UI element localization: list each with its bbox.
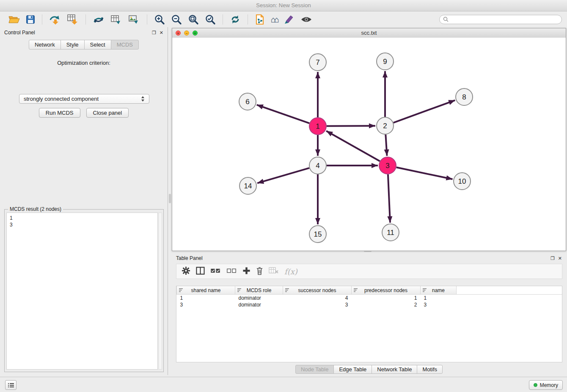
trash-icon bbox=[256, 266, 263, 275]
tab-network[interactable]: Network bbox=[29, 40, 61, 50]
window-zoom-button[interactable]: + bbox=[193, 30, 198, 36]
graph-edge-4-14[interactable] bbox=[257, 168, 309, 183]
graph-node-6[interactable]: 6 bbox=[239, 93, 256, 110]
graph-node-10[interactable]: 10 bbox=[454, 173, 471, 190]
network-graph[interactable]: 7968124314101511 bbox=[172, 38, 566, 251]
zoom-fit-button[interactable] bbox=[185, 13, 202, 26]
column-header-shared-name[interactable]: shared name bbox=[177, 286, 235, 295]
graph-node-9[interactable]: 9 bbox=[377, 53, 394, 70]
graph-edge-3-11[interactable] bbox=[388, 174, 390, 223]
table-cell[interactable]: 1 bbox=[177, 295, 235, 302]
graph-node-14[interactable]: 14 bbox=[239, 177, 256, 194]
close-table-panel-icon[interactable]: ✕ bbox=[558, 256, 562, 261]
window-title: Session: New Session bbox=[256, 2, 311, 8]
tab-network-table[interactable]: Network Table bbox=[372, 365, 417, 374]
delete-column-button[interactable] bbox=[256, 266, 263, 277]
vertical-splitter-handle[interactable] bbox=[169, 194, 171, 203]
open-session-button[interactable] bbox=[5, 13, 23, 26]
table-cell[interactable]: dominator bbox=[235, 301, 283, 308]
zoom-selected-button[interactable] bbox=[202, 13, 219, 26]
function-builder-button[interactable]: f(x) bbox=[284, 267, 297, 276]
table-row[interactable]: 1dominator411 bbox=[177, 295, 562, 302]
graph-node-3[interactable]: 3 bbox=[379, 157, 396, 174]
graph-node-15[interactable]: 15 bbox=[309, 226, 326, 243]
tab-edge-table[interactable]: Edge Table bbox=[333, 365, 372, 374]
graph-edge-1-2[interactable] bbox=[327, 126, 375, 126]
column-header-predecessor-nodes[interactable]: predecessor nodes bbox=[352, 286, 421, 295]
node-table-body: 1dominator4113dominator323 bbox=[177, 295, 562, 309]
graph-edge-1-6[interactable] bbox=[257, 105, 309, 123]
unselect-all-columns-button[interactable] bbox=[226, 268, 237, 275]
folder-open-icon bbox=[8, 15, 20, 24]
select-all-columns-button[interactable] bbox=[210, 268, 221, 275]
create-column-button[interactable] bbox=[242, 267, 250, 276]
export-table-icon bbox=[110, 14, 122, 25]
table-cell[interactable]: 1 bbox=[421, 295, 457, 302]
table-cell[interactable]: 2 bbox=[352, 301, 421, 308]
run-mcds-button[interactable]: Run MCDS bbox=[39, 108, 80, 118]
graph-node-4[interactable]: 4 bbox=[309, 157, 326, 174]
search-text-field[interactable] bbox=[451, 16, 558, 23]
network-canvas[interactable]: 7968124314101511 bbox=[172, 38, 566, 251]
export-image-button[interactable] bbox=[125, 13, 143, 26]
table-cell[interactable]: 3 bbox=[283, 301, 352, 308]
export-network-button[interactable] bbox=[90, 13, 107, 26]
toolbar-separator bbox=[248, 14, 248, 25]
tab-style[interactable]: Style bbox=[61, 40, 85, 50]
memory-button[interactable]: Memory bbox=[529, 380, 563, 390]
import-network-button[interactable] bbox=[46, 13, 64, 26]
tab-node-table[interactable]: Node Table bbox=[295, 365, 334, 374]
save-session-button[interactable] bbox=[23, 13, 38, 26]
graph-edge-3-1[interactable] bbox=[326, 131, 380, 161]
window-minimize-button[interactable]: − bbox=[184, 30, 189, 36]
float-panel-icon[interactable]: ❐ bbox=[152, 30, 156, 36]
graph-node-8[interactable]: 8 bbox=[456, 88, 473, 105]
column-header-mcds-role[interactable]: MCDS role bbox=[235, 286, 283, 295]
graph-node-2[interactable]: 2 bbox=[377, 117, 394, 134]
show-columns-button[interactable] bbox=[196, 267, 205, 276]
float-table-panel-icon[interactable]: ❐ bbox=[550, 256, 555, 261]
network-window-titlebar[interactable]: × − + scc.txt bbox=[172, 28, 566, 38]
mcds-result-list[interactable]: 1 3 bbox=[6, 213, 158, 370]
main-toolbar: ⌂⌂ bbox=[0, 11, 567, 27]
import-table-icon bbox=[67, 14, 79, 25]
task-history-button[interactable] bbox=[5, 380, 17, 390]
graph-edge-2-3[interactable] bbox=[385, 135, 387, 156]
delete-table-button[interactable] bbox=[269, 267, 279, 276]
column-header-name[interactable]: name bbox=[421, 286, 457, 295]
close-panel-button[interactable]: Close panel bbox=[86, 108, 129, 118]
graph-node-7[interactable]: 7 bbox=[309, 54, 326, 71]
window-close-button[interactable]: × bbox=[176, 30, 181, 36]
graph-node-1[interactable]: 1 bbox=[309, 118, 326, 135]
column-header-successor-nodes[interactable]: successor nodes bbox=[283, 286, 352, 295]
graph-edge-2-8[interactable] bbox=[394, 100, 455, 123]
toolbar-separator bbox=[147, 14, 147, 25]
import-table-button[interactable] bbox=[64, 13, 82, 26]
zoom-out-button[interactable] bbox=[168, 13, 185, 26]
table-row[interactable]: 3dominator323 bbox=[177, 301, 562, 308]
zoom-in-button[interactable] bbox=[151, 13, 168, 26]
svg-text:8: 8 bbox=[462, 93, 466, 101]
tab-motifs[interactable]: Motifs bbox=[417, 365, 443, 374]
table-cell[interactable]: 3 bbox=[177, 301, 235, 308]
tab-select[interactable]: Select bbox=[84, 40, 111, 50]
tab-mcds[interactable]: MCDS bbox=[111, 40, 139, 50]
show-hide-button[interactable] bbox=[297, 13, 315, 26]
result-scrollbar[interactable] bbox=[158, 213, 162, 370]
table-settings-button[interactable] bbox=[182, 266, 190, 277]
criterion-select[interactable]: strongly connected component bbox=[19, 94, 149, 104]
close-panel-icon[interactable]: ✕ bbox=[160, 30, 163, 36]
columns-icon bbox=[196, 267, 205, 275]
paint-style-button[interactable] bbox=[281, 13, 297, 26]
table-cell[interactable]: 4 bbox=[283, 295, 352, 302]
graph-edge-3-10[interactable] bbox=[396, 167, 453, 179]
search-input[interactable] bbox=[439, 15, 562, 24]
export-table-button[interactable] bbox=[107, 13, 125, 26]
home-button[interactable]: ⌂⌂ bbox=[268, 13, 281, 26]
refresh-view-button[interactable] bbox=[227, 13, 244, 26]
network-from-clipboard-button[interactable] bbox=[252, 13, 268, 26]
table-cell[interactable]: 3 bbox=[421, 301, 457, 308]
table-cell[interactable]: 1 bbox=[352, 295, 421, 302]
graph-node-11[interactable]: 11 bbox=[382, 224, 399, 241]
table-cell[interactable]: dominator bbox=[235, 295, 283, 302]
